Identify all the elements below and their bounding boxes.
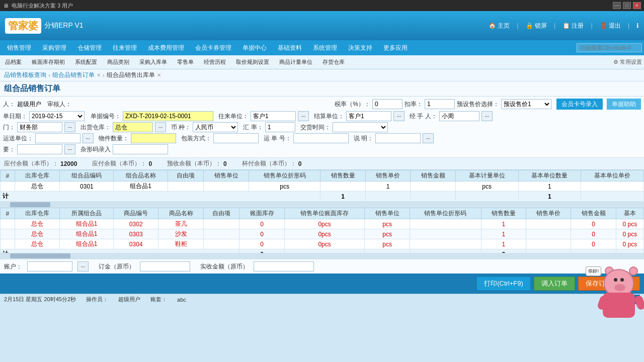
lower-table-row-2[interactable]: 总仓 组合品1 0303 沙发 0 0pcs pcs 1 0 0 pcs bbox=[1, 229, 644, 239]
breadcrumb-outbound[interactable]: 组合品销售出库单 bbox=[107, 71, 155, 79]
exchange-input[interactable] bbox=[265, 122, 295, 132]
toolbar-sys-config[interactable]: 系统配置 bbox=[72, 57, 100, 67]
toolbar-stock[interactable]: 存货仓库 bbox=[319, 57, 348, 67]
settle-dots-button[interactable]: ··· bbox=[393, 111, 405, 121]
upper-scroll-bar[interactable] bbox=[0, 202, 644, 208]
register-link[interactable]: 📋 注册 bbox=[562, 22, 584, 30]
upper-col-amount: 销售金额 bbox=[411, 170, 456, 182]
currency-select[interactable]: 人民币 bbox=[193, 122, 238, 132]
toolbar-retail[interactable]: 零售单 bbox=[174, 57, 197, 67]
toolbar-history[interactable]: 经营历程 bbox=[201, 57, 229, 67]
toolbar-unit[interactable]: 商品计量单位 bbox=[276, 57, 315, 67]
order-amount-input[interactable] bbox=[140, 261, 190, 272]
helper-button[interactable]: 单据助助 bbox=[607, 99, 641, 110]
price-select[interactable]: 预设售价1 bbox=[501, 99, 551, 109]
account-input[interactable] bbox=[27, 261, 72, 272]
breadcrumb-close-2[interactable]: ✕ bbox=[157, 72, 161, 78]
breadcrumb-close-1[interactable]: ✕ bbox=[97, 72, 101, 78]
header-links: 🏠 主页 | 🔒 锁屏 | 📋 注册 | 🚪 退出 | ℹ bbox=[489, 22, 639, 30]
warehouse-input[interactable] bbox=[113, 122, 153, 132]
lock-link[interactable]: 🔒 锁屏 bbox=[526, 22, 547, 30]
nav-orders[interactable]: 单据中心 bbox=[237, 42, 272, 54]
dept-dots-button[interactable]: ··· bbox=[64, 122, 75, 132]
pack-label: 包装方式： bbox=[181, 134, 211, 143]
import-button[interactable]: 调入订单 bbox=[534, 277, 575, 291]
lower-col-sales-unit: 销售单位 bbox=[365, 208, 410, 219]
nav-cost[interactable]: 成本费用管理 bbox=[143, 42, 189, 54]
upper-table-row[interactable]: 总仓 0301 组合品1 pcs 1 pcs 1 bbox=[1, 182, 644, 192]
lower-scroll-thumb[interactable] bbox=[10, 253, 70, 258]
ship-unit-dots-button[interactable]: ··· bbox=[83, 133, 94, 143]
actual-amount-input[interactable] bbox=[254, 261, 314, 272]
require-input[interactable] bbox=[17, 144, 62, 154]
warehouse-dots-button[interactable]: ··· bbox=[155, 122, 166, 132]
card-number-button[interactable]: 会员卡号录入 bbox=[556, 99, 603, 110]
nav-warehouse[interactable]: 仓储管理 bbox=[72, 42, 107, 54]
to-unit-input[interactable] bbox=[251, 111, 296, 121]
account-dots-button[interactable]: ··· bbox=[77, 261, 89, 272]
lower-table-row-1[interactable]: 总仓 组合品1 0302 茶几 0 0pcs pcs 1 0 0 pcs bbox=[1, 219, 644, 229]
maximize-button[interactable]: □ bbox=[623, 2, 631, 9]
handler-dots-button[interactable]: ··· bbox=[481, 111, 493, 121]
account-label: 账户： bbox=[4, 262, 22, 271]
tax-input[interactable] bbox=[372, 99, 403, 109]
nav-more[interactable]: 更多应用 bbox=[378, 42, 413, 54]
nav-decision[interactable]: 决策支持 bbox=[343, 42, 377, 54]
upper-cell-free bbox=[168, 182, 204, 192]
order-no-input[interactable] bbox=[123, 111, 213, 121]
lower-cell-2-base: 0 pcs bbox=[616, 229, 643, 239]
discount-input[interactable] bbox=[425, 99, 455, 109]
minimize-button[interactable]: — bbox=[613, 2, 621, 9]
nav-sales[interactable]: 销售管理 bbox=[2, 42, 36, 54]
payable-value: 12000 bbox=[60, 160, 77, 167]
nav-purchase[interactable]: 采购管理 bbox=[37, 42, 71, 54]
parts-qty-input[interactable] bbox=[131, 133, 176, 143]
require-dots-button[interactable]: ··· bbox=[64, 144, 75, 154]
nav-search-input[interactable] bbox=[577, 43, 642, 52]
pack-input[interactable] bbox=[213, 133, 259, 143]
date-select[interactable]: 2019-02-15 bbox=[29, 111, 85, 121]
lower-table-row-3[interactable]: 总仓 组合品1 0304 鞋柜 0 0pcs pcs 1 0 0 pcs bbox=[1, 239, 644, 249]
lower-cell-1-name: 茶几 bbox=[158, 219, 203, 229]
toolbar-price-rule[interactable]: 取价规则设置 bbox=[233, 57, 272, 67]
deal-time-select[interactable] bbox=[333, 122, 388, 132]
handler-label: 经 手 人： bbox=[410, 112, 437, 121]
toolbar-account-init[interactable]: 账面库存期初 bbox=[29, 57, 68, 67]
upper-col-code: 组合品编码 bbox=[60, 170, 114, 182]
settings-button[interactable]: ⚙ 常用设置 bbox=[613, 58, 642, 66]
dept-input[interactable] bbox=[17, 122, 62, 132]
lower-col-combo: 所属组合品 bbox=[60, 208, 114, 219]
lower-table-wrap: # 出库仓库 所属组合品 商品编号 商品名称 自由项 账面库存 销售单位账面库存… bbox=[0, 208, 644, 253]
lower-total-stock: 0 bbox=[239, 249, 284, 253]
ship-unit-input[interactable] bbox=[35, 133, 80, 143]
pig-nose bbox=[614, 284, 625, 291]
info-link[interactable]: ℹ bbox=[636, 22, 639, 29]
print-button[interactable]: 打印(Ctrl+F9) bbox=[476, 277, 531, 291]
bill-no-input[interactable] bbox=[293, 133, 349, 143]
nav-member[interactable]: 会员卡券管理 bbox=[190, 42, 236, 54]
toolbar-purchase-in[interactable]: 采购入库单 bbox=[136, 57, 170, 67]
lower-scroll-bar[interactable] bbox=[0, 253, 644, 259]
home-link[interactable]: 🏠 主页 bbox=[489, 22, 510, 30]
upper-scroll-thumb[interactable] bbox=[10, 202, 50, 207]
close-button[interactable]: ✕ bbox=[633, 2, 641, 9]
nav-system[interactable]: 系统管理 bbox=[308, 42, 342, 54]
breadcrumb-template[interactable]: 品销售模板查询 bbox=[4, 71, 46, 79]
toolbar-product-category[interactable]: 商品类别 bbox=[104, 57, 132, 67]
toolbar-product-archive[interactable]: 品档案 bbox=[2, 57, 25, 67]
nav-basics[interactable]: 基础资料 bbox=[273, 42, 307, 54]
settle-input[interactable] bbox=[346, 111, 391, 121]
note-dots-button[interactable]: ··· bbox=[423, 133, 434, 143]
nav-transactions[interactable]: 往来管理 bbox=[108, 42, 142, 54]
breadcrumb-order[interactable]: 组合品销售订单 bbox=[52, 71, 95, 79]
upper-total-base-price bbox=[581, 192, 644, 202]
barcode-input[interactable] bbox=[113, 144, 168, 154]
receivable-value: 0 bbox=[148, 160, 152, 167]
to-unit-dots-button[interactable]: ··· bbox=[298, 111, 309, 121]
exit-link[interactable]: 🚪 退出 bbox=[600, 22, 621, 30]
lower-cell-3-barcode bbox=[410, 239, 481, 249]
handler-input[interactable] bbox=[439, 111, 479, 121]
lower-cell-2-unit: pcs bbox=[365, 229, 410, 239]
exchange-label: 汇 率： bbox=[243, 123, 263, 132]
note-input[interactable] bbox=[375, 133, 421, 143]
